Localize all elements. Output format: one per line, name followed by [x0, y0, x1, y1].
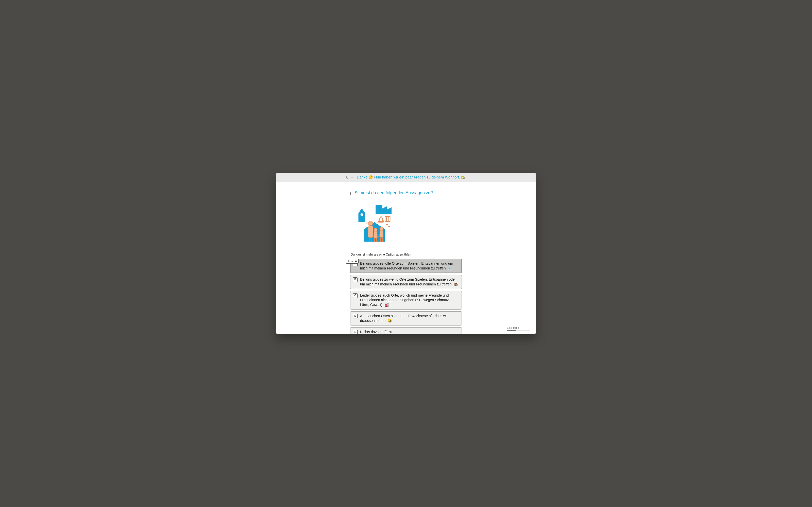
svg-point-0: [361, 213, 363, 216]
question-column: j. Stimmst du den folgenden Aussagen zu?: [350, 188, 462, 319]
option-a[interactable]: ABei uns gibt es tolle Orte zum Spielen,…: [350, 259, 462, 273]
progress-indicator: 38% fertig: [507, 326, 530, 331]
neighborhood-illustration-icon: [353, 201, 398, 246]
option-label: An manchen Orten sagen uns Erwachsene of…: [360, 314, 459, 323]
option-key-badge: C: [353, 293, 358, 298]
progress-label: 38% fertig: [507, 326, 519, 329]
multi-select-instruction: Du kannst mehr als eine Option auswählen: [351, 253, 462, 256]
keyboard-hint-key: A: [355, 260, 357, 263]
option-d[interactable]: DAn manchen Orten sagen uns Erwachsene o…: [350, 311, 462, 326]
survey-card: 8 → Danke 😄 Nun haben wir ein paar Frage…: [276, 173, 536, 334]
option-key-badge: E: [353, 330, 358, 334]
option-label: Nichts davon trifft zu.: [360, 330, 459, 334]
option-key-badge: B: [353, 277, 358, 282]
svg-point-2: [368, 221, 373, 226]
svg-point-3: [374, 228, 377, 231]
option-label: Bei uns gibt es zu wenig Orte zum Spiele…: [360, 277, 459, 287]
keyboard-hint: TasteA: [346, 259, 359, 264]
options-list: ABei uns gibt es tolle Orte zum Spielen,…: [350, 259, 462, 334]
question-title: j. Stimmst du den folgenden Aussagen zu?: [350, 190, 462, 196]
option-key-badge: D: [353, 314, 358, 319]
arrow-right-icon: →: [350, 175, 354, 179]
progress-fill: [507, 330, 516, 331]
option-e[interactable]: ENichts davon trifft zu.: [350, 327, 462, 334]
section-banner: 8 → Danke 😄 Nun haben wir ein paar Frage…: [276, 173, 536, 182]
svg-rect-1: [385, 217, 390, 222]
option-label: Leider gibt es auch Orte, wo ich und mei…: [360, 293, 459, 307]
question-title-text: Stimmst du den folgenden Aussagen zu?: [354, 190, 433, 195]
content-area: j. Stimmst du den folgenden Aussagen zu?: [276, 182, 536, 334]
option-b[interactable]: BBei uns gibt es zu wenig Orte zum Spiel…: [350, 275, 462, 289]
option-c[interactable]: CLeider gibt es auch Orte, wo ich und me…: [350, 291, 462, 310]
keyboard-hint-word: Taste: [348, 260, 354, 263]
section-number: 8: [346, 175, 348, 179]
progress-bar: [507, 330, 530, 331]
question-marker: j.: [350, 191, 352, 195]
section-title: Danke 😄 Nun haben wir ein paar Fragen zu…: [357, 175, 466, 179]
option-label: Bei uns gibt es tolle Orte zum Spielen, …: [360, 261, 459, 271]
svg-point-4: [380, 227, 383, 230]
